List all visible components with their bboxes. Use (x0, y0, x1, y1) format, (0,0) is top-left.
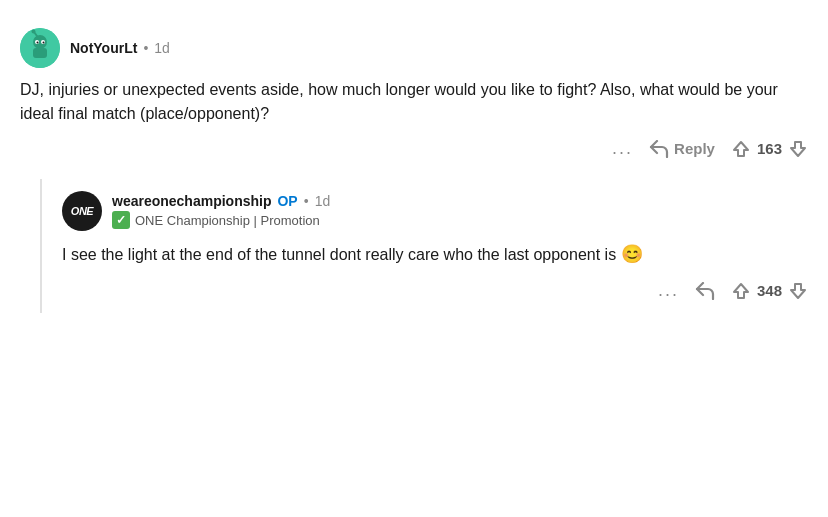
comment-2-header: ONE weareonechampionship OP • 1d ✓ ONE C… (62, 191, 808, 231)
verified-text: ONE Championship | Promotion (135, 213, 320, 228)
comment-1-body: DJ, injuries or unexpected events aside,… (20, 78, 808, 126)
svg-point-3 (32, 30, 36, 34)
comment-1-timestamp: 1d (154, 40, 170, 56)
comment-1-dot: • (143, 40, 148, 56)
comment-2-timestamp: 1d (315, 193, 331, 209)
avatar-2: ONE (62, 191, 102, 231)
downvote-icon-2[interactable] (788, 281, 808, 301)
comment-1-vote[interactable]: 163 (731, 139, 808, 159)
comment-1-user-info: NotYourLt • 1d (70, 40, 170, 56)
comment-2-vote[interactable]: 348 (731, 281, 808, 301)
reply-icon-2 (695, 282, 715, 300)
verified-badge: ✓ ONE Championship | Promotion (112, 211, 330, 229)
comment-1-more-dots[interactable]: ... (612, 138, 633, 159)
verified-check-icon: ✓ (112, 211, 130, 229)
comment-1-vote-count: 163 (757, 140, 782, 157)
comment-2-more-dots[interactable]: ... (658, 280, 679, 301)
comment-2-username[interactable]: weareonechampionship (112, 193, 271, 209)
svg-point-7 (37, 42, 39, 44)
comment-1-username[interactable]: NotYourLt (70, 40, 137, 56)
comment-2-body: I see the light at the end of the tunnel… (62, 241, 808, 268)
reply-label: Reply (674, 140, 715, 157)
comment-2-vote-count: 348 (757, 282, 782, 299)
svg-point-8 (43, 42, 45, 44)
emoji-smile: 😊 (621, 244, 643, 264)
comment-2-user-info: weareonechampionship OP • 1d (112, 193, 330, 209)
comment-1-header: NotYourLt • 1d (20, 28, 808, 68)
comment-1: NotYourLt • 1d DJ, injuries or unexpecte… (16, 16, 812, 171)
reply-section: ONE weareonechampionship OP • 1d ✓ ONE C… (40, 179, 812, 313)
upvote-icon[interactable] (731, 139, 751, 159)
downvote-icon[interactable] (788, 139, 808, 159)
comment-2-user-meta: weareonechampionship OP • 1d ✓ ONE Champ… (112, 193, 330, 229)
comment-2-body-text: I see the light at the end of the tunnel… (62, 246, 621, 263)
svg-rect-4 (33, 48, 47, 58)
comment-2-actions: ... 348 (62, 280, 808, 301)
comment-2-dot: • (304, 193, 309, 209)
reply-icon (649, 140, 669, 158)
comment-2: ONE weareonechampionship OP • 1d ✓ ONE C… (58, 179, 812, 313)
op-badge: OP (277, 193, 297, 209)
upvote-icon-2[interactable] (731, 281, 751, 301)
avatar-1 (20, 28, 60, 68)
comment-1-actions: ... Reply 163 (20, 138, 808, 159)
comment-1-reply-button[interactable]: Reply (649, 140, 715, 158)
comment-2-reply-button[interactable] (695, 282, 715, 300)
